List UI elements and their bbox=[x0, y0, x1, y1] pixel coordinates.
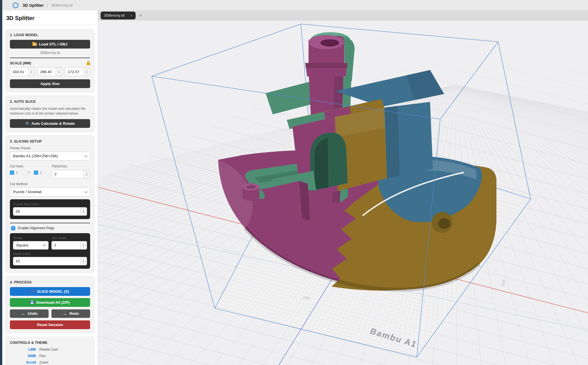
puzzle-size-stepper[interactable]: ▲▼ bbox=[80, 207, 87, 215]
card-process: 4. PROCESS ✂ SLICE MODEL (S) Download Al… bbox=[6, 276, 94, 333]
gear-icon: ⚙ bbox=[25, 121, 29, 126]
peg-size-stepper[interactable]: ▲▼ bbox=[80, 241, 87, 249]
enable-pegs-label: Enable Alignment Pegs bbox=[18, 226, 54, 230]
arrow-right-icon: → bbox=[63, 311, 67, 316]
axis-x-label: X bbox=[16, 171, 18, 174]
benchy-chimney-hole bbox=[320, 39, 339, 47]
download-all-button[interactable]: Download All (ZIP) bbox=[10, 298, 90, 307]
peg-depth-label: Depth (mm) bbox=[13, 252, 87, 255]
grid-tick-200: 200 bbox=[501, 279, 506, 287]
card-slicing-setup: 3. SLICING SETUP Printer Preset Bambu A1… bbox=[6, 135, 94, 273]
parts-axis-input[interactable]: 2 ▲▼ bbox=[52, 170, 90, 178]
peg-shape-select[interactable]: Square bbox=[13, 241, 49, 250]
undo-button[interactable]: ← Undo bbox=[10, 309, 49, 318]
parts-axis-stepper[interactable]: ▲▼ bbox=[83, 170, 90, 178]
scale-z-input[interactable]: 172.07 ▲▼ bbox=[65, 67, 90, 76]
auto-calculate-label: Auto Calculate & Rotate bbox=[31, 121, 75, 126]
auto-description: Automatically rotates the model and calc… bbox=[10, 106, 90, 116]
puzzle-size-label: Puzzle Size (mm) bbox=[13, 202, 87, 206]
cut-method-select[interactable]: Puzzle / Dovetail bbox=[10, 187, 90, 196]
sidebar-title: 3D Splitter bbox=[6, 15, 94, 21]
chevron-down-icon bbox=[84, 154, 87, 157]
control-value: Rotate Cam bbox=[39, 347, 58, 351]
scale-x-input[interactable]: 333.01 ▲▼ bbox=[10, 67, 35, 76]
chevron-down-icon bbox=[84, 190, 87, 193]
app-title: 3D Splitter bbox=[23, 3, 44, 8]
control-key: LMB bbox=[10, 347, 39, 351]
peg-depth-input[interactable]: 10 ▲▼ bbox=[13, 257, 87, 265]
window-edge-strip bbox=[0, 0, 2, 365]
parts-axis-label: Parts/Axis bbox=[52, 164, 90, 168]
apply-size-button[interactable]: Apply Size bbox=[10, 79, 90, 88]
axis-x-checkbox[interactable]: ✓ bbox=[10, 171, 14, 175]
axis-z-label: Z bbox=[40, 171, 42, 174]
setup-card-divider bbox=[10, 223, 90, 223]
slice-model-button[interactable]: ✂ SLICE MODEL (S) bbox=[10, 287, 90, 296]
control-row: LMB Rotate Cam bbox=[10, 347, 90, 351]
viewport-3d-canvas[interactable]: 100 140 200 Bambu A1 bbox=[98, 21, 588, 365]
card-load-model: 1. LOAD MODEL Load STL / OBJ 3DBenchy.st… bbox=[6, 29, 94, 92]
reset-session-label: Reset Session bbox=[37, 323, 63, 327]
control-value: Zoom bbox=[39, 360, 48, 364]
header-divider bbox=[47, 3, 48, 8]
undo-label: Undo bbox=[28, 311, 38, 316]
load-section-title: 1. LOAD MODEL bbox=[10, 33, 90, 37]
printer-preset-label: Printer Preset bbox=[10, 146, 90, 150]
process-section-title: 4. PROCESS bbox=[10, 280, 90, 284]
scale-x-stepper[interactable]: ▲▼ bbox=[28, 68, 35, 76]
scale-y-value: 266.40 bbox=[38, 68, 56, 76]
header-bar: 3D Splitter 3DBenchy.stl bbox=[2, 0, 588, 11]
scale-z-value: 172.07 bbox=[65, 68, 83, 76]
axis-z-checkbox[interactable]: ✓ bbox=[34, 171, 38, 175]
peg-size-input[interactable]: 2 ▲▼ bbox=[51, 241, 87, 250]
benchy-hawse-hole-inner bbox=[438, 218, 450, 229]
redo-label: Redo bbox=[70, 311, 79, 316]
setup-section-title: 3. SLICING SETUP bbox=[10, 139, 90, 143]
chevron-down-icon bbox=[43, 243, 46, 246]
arrow-left-icon: ← bbox=[21, 311, 25, 316]
load-stl-button[interactable]: Load STL / OBJ bbox=[10, 40, 90, 49]
new-tab-button[interactable]: + bbox=[139, 12, 142, 19]
enable-pegs-checkbox[interactable]: ✓ bbox=[11, 226, 15, 230]
axis-y-checkbox[interactable] bbox=[22, 171, 26, 175]
sidebar: 3D Splitter 1. LOAD MODEL Load STL / OBJ… bbox=[2, 10, 98, 365]
scale-y-stepper[interactable]: ▲▼ bbox=[56, 68, 62, 76]
puzzle-size-value: 16 bbox=[13, 207, 80, 215]
scale-label: SCALE (MM) bbox=[10, 61, 31, 65]
pegs-options-panel: Shape Square Size (mm) 2 ▲▼ D bbox=[10, 233, 90, 269]
control-value: Pan bbox=[39, 354, 45, 358]
control-row: RMB Pan bbox=[10, 354, 90, 358]
load-card-divider bbox=[10, 58, 90, 58]
puzzle-options-panel: Puzzle Size (mm) 16 ▲▼ bbox=[10, 199, 90, 219]
parts-axis-value: 2 bbox=[52, 170, 83, 178]
viewport-tab-bar: 3DBenchy.stl × + bbox=[98, 10, 588, 21]
tab-close-icon[interactable]: × bbox=[130, 14, 132, 18]
lock-icon[interactable] bbox=[87, 63, 90, 65]
axis-y-label: Y bbox=[28, 171, 30, 174]
app-window: 3D Splitter 3DBenchy.stl 3D Splitter 1. … bbox=[0, 0, 588, 365]
control-key: RMB bbox=[10, 354, 39, 358]
auto-calculate-button[interactable]: ⚙ Auto Calculate & Rotate bbox=[10, 119, 90, 128]
tab-3dbenchy[interactable]: 3DBenchy.stl × bbox=[101, 12, 136, 19]
card-controls-theme: CONTROLS & THEME LMB Rotate Cam RMB Pan … bbox=[6, 337, 94, 365]
controls-section-title: CONTROLS & THEME bbox=[10, 341, 90, 345]
loaded-filename: 3DBenchy.stl bbox=[10, 51, 90, 55]
peg-depth-stepper[interactable]: ▲▼ bbox=[80, 257, 87, 265]
cut-method-label: Cut Method bbox=[10, 182, 90, 186]
scale-z-stepper[interactable]: ▲▼ bbox=[83, 68, 90, 76]
peg-size-label: Size (mm) bbox=[52, 236, 87, 240]
scissors-icon: ✂ bbox=[31, 289, 35, 294]
header-filename: 3DBenchy.stl bbox=[51, 3, 73, 7]
tab-label: 3DBenchy.stl bbox=[104, 14, 125, 18]
redo-button[interactable]: → Redo bbox=[51, 309, 90, 318]
scale-y-input[interactable]: 266.40 ▲▼ bbox=[38, 67, 63, 76]
app-logo-hexagon-icon bbox=[12, 2, 19, 8]
printer-preset-select[interactable]: Bambu A1 (256×256×256) bbox=[10, 152, 90, 161]
puzzle-size-input[interactable]: 16 ▲▼ bbox=[13, 207, 87, 216]
cut-method-value: Puzzle / Dovetail bbox=[13, 190, 42, 194]
cut-axes-label: Cut Axes bbox=[10, 164, 52, 168]
load-stl-button-label: Load STL / OBJ bbox=[39, 42, 67, 46]
peg-shape-label: Shape bbox=[13, 236, 49, 240]
reset-session-button[interactable]: Reset Session bbox=[10, 320, 90, 329]
card-auto-slice: 2. AUTO SLICE Automatically rotates the … bbox=[6, 96, 94, 132]
